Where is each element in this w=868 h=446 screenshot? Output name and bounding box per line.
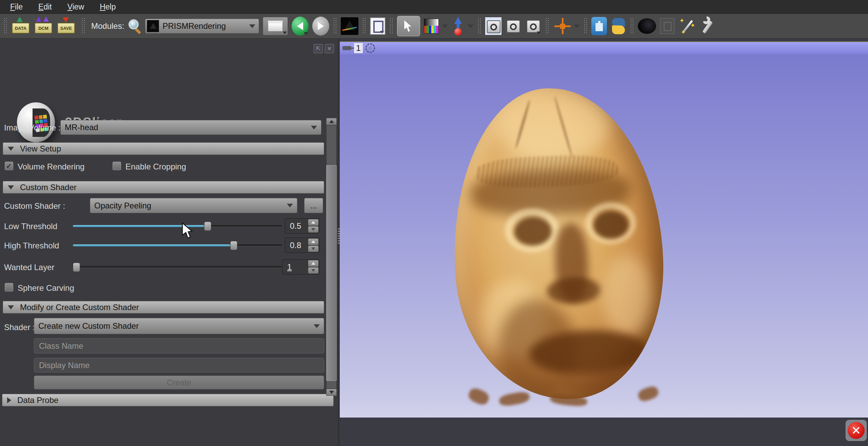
menu-file[interactable]: File: [10, 2, 23, 12]
save-data-icon[interactable]: SAVE: [57, 18, 76, 34]
high-threshold-slider[interactable]: [73, 240, 282, 251]
shader-combobox[interactable]: Create new Custom Shader: [34, 318, 324, 334]
expand-triangle-icon: [7, 397, 11, 403]
viewport-label: 1: [354, 43, 363, 53]
modules-combobox-value: PRISMRendering: [162, 21, 246, 31]
eclipse-icon[interactable]: [638, 18, 656, 34]
sphere-carving-checkbox[interactable]: [5, 283, 13, 291]
view-controls-icon[interactable]: [366, 43, 375, 53]
menu-view[interactable]: View: [67, 2, 84, 12]
colors-button[interactable]: [424, 19, 439, 34]
low-threshold-spinbox[interactable]: 0.5: [285, 218, 319, 234]
layout-icon: [268, 21, 283, 32]
spin-up-icon[interactable]: [308, 239, 318, 245]
viewport-title-bar: 1: [340, 42, 868, 54]
scroll-down-button[interactable]: [326, 389, 337, 396]
create-button[interactable]: Create: [34, 376, 324, 389]
magic-wand-icon[interactable]: ✦ ✦ ✦: [678, 17, 696, 35]
slider-handle[interactable]: [73, 263, 80, 272]
window-icon[interactable]: [660, 18, 675, 34]
low-threshold-slider[interactable]: [73, 220, 282, 232]
slider-fill: [73, 244, 230, 246]
collapse-triangle-icon: [8, 305, 14, 309]
module-panel: ⇱ ✕ 3DSlicer Image Volume : MR-head View…: [0, 39, 338, 446]
screenshot-layout-button[interactable]: [370, 17, 386, 35]
custom-shader-combobox[interactable]: Opacity Peeling: [90, 198, 297, 213]
back-button[interactable]: [292, 17, 309, 36]
shader-more-button[interactable]: ...: [304, 198, 323, 213]
wanted-layer-value[interactable]: 1: [282, 260, 308, 274]
low-threshold-label: Low Threshold: [4, 222, 57, 231]
green-up-arrow-icon: [17, 17, 23, 22]
toolbar-separator: [545, 18, 549, 35]
capture-video-button[interactable]: [505, 17, 521, 35]
capture-sequence-button[interactable]: [525, 17, 541, 35]
modules-combobox[interactable]: PRISMRendering: [145, 19, 259, 34]
wanted-layer-spinbox[interactable]: 1: [282, 259, 319, 275]
slider-handle[interactable]: [204, 222, 211, 231]
forward-button[interactable]: [312, 17, 329, 36]
forward-arrow-icon: [318, 22, 324, 30]
display-name-input[interactable]: Display Name: [34, 358, 324, 372]
chevron-down-icon: [287, 204, 293, 207]
menu-bar: File Edit View Help: [0, 0, 868, 14]
display-name-placeholder: Display Name: [39, 361, 90, 370]
high-threshold-spinbox[interactable]: 0.8: [285, 238, 319, 253]
module-search-icon[interactable]: [128, 19, 141, 34]
red-marker-icon: [454, 28, 462, 36]
prism-module-icon[interactable]: [341, 17, 358, 35]
extensions-manager-icon[interactable]: [591, 17, 607, 35]
modify-create-shader-header[interactable]: Modify or Create Custom Shader: [3, 301, 324, 313]
panel-scrollbar[interactable]: [326, 118, 337, 396]
spin-down-icon[interactable]: [308, 226, 318, 233]
volume-rendering-checkbox[interactable]: [5, 162, 13, 170]
toolbar-grip[interactable]: [3, 18, 7, 35]
error-notification-button[interactable]: ✕: [846, 420, 867, 441]
toolbar-separator: [630, 18, 634, 35]
python-console-icon[interactable]: [611, 17, 626, 35]
low-threshold-value[interactable]: 0.5: [285, 219, 308, 233]
chevron-down-icon[interactable]: [574, 24, 580, 28]
threeD-viewport[interactable]: 1: [340, 41, 868, 417]
mouse-interaction-mode-button[interactable]: [397, 16, 420, 36]
wrench-icon[interactable]: [700, 17, 715, 35]
data-probe-header[interactable]: Data Probe: [2, 394, 334, 406]
view-setup-header[interactable]: View Setup: [3, 142, 324, 155]
spin-up-icon[interactable]: [308, 219, 318, 226]
place-fiducial-button[interactable]: [452, 17, 465, 36]
close-icon: ✕: [848, 422, 865, 439]
spin-down-icon[interactable]: [308, 246, 318, 252]
layout-select-button[interactable]: [263, 17, 288, 35]
undock-panel-icon[interactable]: ⇱: [314, 44, 323, 53]
enable-cropping-label: Enable Cropping: [125, 162, 186, 171]
scroll-up-button[interactable]: [326, 118, 337, 125]
image-volume-combobox[interactable]: MR-head: [60, 120, 321, 135]
scrollbar-thumb[interactable]: [326, 165, 337, 381]
close-panel-icon[interactable]: ✕: [325, 44, 334, 53]
load-data-icon[interactable]: DATA: [11, 18, 30, 34]
load-dicom-icon[interactable]: DCM: [34, 18, 53, 34]
enable-cropping-checkbox[interactable]: [113, 162, 121, 170]
collapse-triangle-icon: [8, 147, 14, 151]
volume-render-canvas[interactable]: [340, 54, 868, 418]
crosshair-icon: [560, 24, 565, 29]
wanted-layer-slider[interactable]: [73, 261, 282, 273]
spin-down-icon[interactable]: [308, 267, 318, 274]
chevron-down-icon: [283, 32, 287, 34]
shader-value: Create new Custom Shader: [38, 321, 314, 331]
chevron-down-icon[interactable]: [442, 24, 448, 28]
crosshair-button[interactable]: [553, 17, 572, 36]
class-name-input[interactable]: Class Name: [34, 338, 324, 353]
chevron-down-icon[interactable]: [468, 24, 474, 28]
spin-up-icon[interactable]: [308, 260, 318, 267]
sphere-carving-label: Sphere Carving: [18, 283, 74, 293]
slider-handle[interactable]: [230, 241, 237, 250]
custom-shader-header[interactable]: Custom Shader: [3, 181, 324, 194]
pin-icon[interactable]: [342, 46, 351, 50]
capture-screenshot-button[interactable]: [485, 17, 501, 35]
menu-edit[interactable]: Edit: [38, 2, 52, 12]
high-threshold-value[interactable]: 0.8: [285, 238, 308, 252]
menu-help[interactable]: Help: [100, 2, 116, 12]
image-volume-label: Image Volume :: [4, 123, 61, 133]
modules-label: Modules:: [91, 21, 124, 31]
